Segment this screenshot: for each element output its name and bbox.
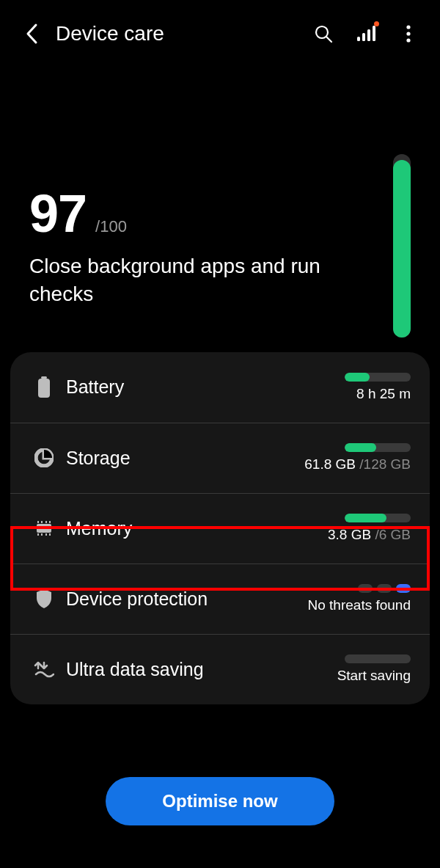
optimise-button[interactable]: Optimise now [106, 777, 334, 825]
search-icon [314, 24, 333, 43]
row-memory-label: Memory [66, 518, 279, 539]
row-battery-label: Battery [66, 376, 279, 398]
notification-dot-icon [374, 21, 379, 26]
svg-rect-10 [38, 379, 50, 398]
chevron-left-icon [25, 23, 38, 45]
signal-bars-icon [356, 25, 375, 43]
row-memory[interactable]: Memory 3.8 GB /6 GB [10, 493, 430, 564]
row-protection-value: No threats found [308, 597, 411, 613]
svg-point-8 [406, 38, 410, 42]
signal-button[interactable] [355, 23, 377, 45]
svg-rect-4 [367, 29, 370, 41]
row-battery-value: 8 h 25 m [356, 386, 411, 402]
storage-bar [345, 443, 411, 452]
shield-icon [36, 588, 52, 609]
svg-rect-9 [41, 376, 47, 379]
row-battery[interactable]: Battery 8 h 25 m [10, 352, 430, 423]
score-area: 97 /100 Close background apps and run ch… [0, 51, 440, 308]
memory-bar [345, 514, 411, 522]
battery-bar [345, 373, 411, 382]
score-message: Close background apps and run checks [29, 252, 337, 308]
row-protection[interactable]: Device protection No threats found [10, 564, 430, 634]
row-storage-label: Storage [66, 448, 279, 469]
score-bar [393, 154, 411, 338]
row-data-saving-value: Start saving [337, 668, 411, 684]
svg-line-1 [326, 37, 331, 42]
page-title: Device care [56, 22, 312, 45]
device-care-card: Battery 8 h 25 m Storage 61.8 GB /128 GB [10, 352, 430, 704]
svg-rect-5 [373, 26, 375, 41]
storage-icon [34, 448, 54, 467]
row-data-saving-label: Ultra data saving [66, 659, 279, 680]
search-button[interactable] [312, 23, 334, 45]
svg-rect-3 [362, 33, 365, 41]
app-bar: Device care [0, 0, 440, 51]
more-vert-icon [406, 25, 411, 43]
back-button[interactable] [21, 23, 43, 45]
data-saving-bar [345, 654, 411, 663]
row-storage[interactable]: Storage 61.8 GB /128 GB [10, 423, 430, 493]
row-protection-label: Device protection [66, 588, 279, 610]
svg-rect-12 [37, 524, 51, 533]
memory-chip-icon [34, 519, 54, 537]
row-data-saving[interactable]: Ultra data saving Start saving [10, 634, 430, 704]
protection-dots [358, 584, 411, 593]
score-value: 97 [29, 183, 87, 244]
svg-rect-2 [357, 37, 360, 41]
optimise-button-label: Optimise now [162, 791, 277, 812]
row-memory-value: 3.8 GB /6 GB [328, 527, 411, 543]
more-button[interactable] [397, 23, 419, 45]
svg-point-6 [406, 25, 410, 29]
app-bar-actions [312, 23, 419, 45]
score-max: /100 [95, 217, 127, 236]
battery-icon [37, 376, 51, 398]
svg-point-7 [406, 32, 410, 35]
row-storage-value: 61.8 GB /128 GB [304, 456, 411, 473]
data-saving-icon [34, 660, 54, 679]
